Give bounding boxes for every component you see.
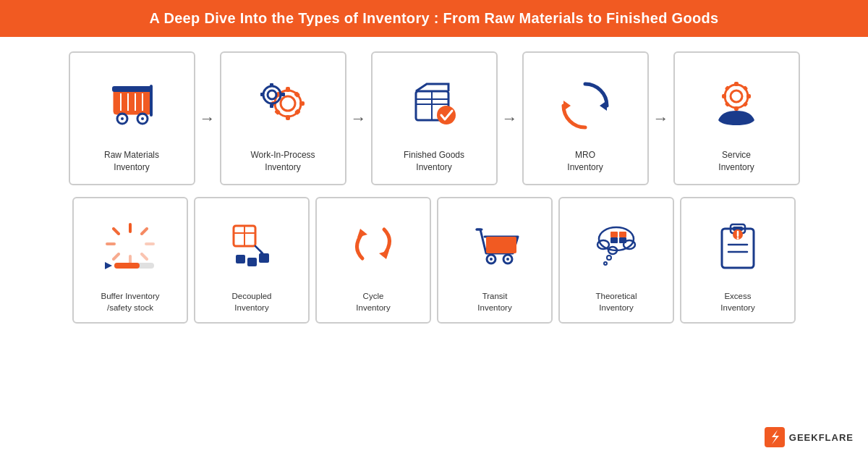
card-theoretical: TheoreticalInventory bbox=[558, 197, 674, 324]
svg-line-48 bbox=[142, 254, 147, 259]
card-cycle: CycleInventory bbox=[315, 197, 431, 324]
wip-label: Work-In-ProcessInventory bbox=[250, 149, 315, 174]
svg-point-34 bbox=[731, 90, 742, 102]
service-label: ServiceInventory bbox=[718, 149, 754, 174]
card-excess: ExcessInventory bbox=[680, 197, 796, 324]
brand-name: GEEKFLARE bbox=[789, 432, 854, 443]
header: A Deep Dive Into the Types of Inventory … bbox=[0, 0, 868, 37]
svg-rect-25 bbox=[260, 93, 264, 96]
svg-line-49 bbox=[142, 229, 147, 234]
arrow1: → bbox=[200, 109, 216, 128]
arrow2: → bbox=[351, 109, 367, 128]
card-service: ServiceInventory bbox=[673, 51, 800, 185]
svg-marker-31 bbox=[600, 101, 607, 111]
arrow4: → bbox=[653, 109, 669, 128]
svg-rect-14 bbox=[286, 115, 290, 120]
svg-point-8 bbox=[121, 117, 124, 120]
card-decoupled: DecoupledInventory bbox=[194, 197, 310, 324]
svg-rect-23 bbox=[270, 83, 273, 87]
theoretical-label: TheoreticalInventory bbox=[596, 290, 637, 313]
mro-icon bbox=[553, 60, 618, 143]
svg-rect-37 bbox=[722, 94, 726, 98]
svg-point-10 bbox=[141, 117, 144, 120]
svg-rect-77 bbox=[619, 237, 626, 243]
svg-rect-24 bbox=[270, 104, 273, 108]
svg-point-22 bbox=[268, 90, 276, 99]
transit-label: TransitInventory bbox=[477, 290, 511, 313]
svg-point-12 bbox=[281, 96, 295, 111]
svg-point-79 bbox=[604, 262, 607, 265]
card-transit: TransitInventory bbox=[437, 197, 553, 324]
finished-goods-icon bbox=[401, 60, 467, 143]
finished-goods-label: Finished GoodsInventory bbox=[404, 149, 464, 174]
card-finished-goods: Finished GoodsInventory bbox=[371, 51, 498, 185]
transit-icon bbox=[466, 204, 524, 286]
svg-rect-59 bbox=[259, 253, 269, 263]
svg-rect-75 bbox=[619, 232, 626, 237]
decoupled-icon bbox=[223, 204, 281, 286]
svg-point-30 bbox=[437, 106, 456, 124]
svg-rect-38 bbox=[746, 94, 751, 98]
svg-rect-16 bbox=[299, 101, 305, 106]
header-title: A Deep Dive Into the Types of Inventory … bbox=[150, 10, 719, 26]
svg-rect-60 bbox=[247, 258, 257, 266]
decoupled-label: DecoupledInventory bbox=[232, 290, 272, 313]
svg-point-67 bbox=[490, 258, 493, 261]
raw-materials-label: Raw MaterialsInventory bbox=[104, 149, 159, 174]
row2: Buffer Inventory/safety stock bbox=[22, 197, 846, 324]
excess-icon bbox=[709, 204, 767, 286]
svg-rect-5 bbox=[112, 86, 153, 92]
svg-line-47 bbox=[114, 229, 119, 234]
card-buffer: Buffer Inventory/safety stock bbox=[72, 197, 188, 324]
svg-rect-74 bbox=[610, 232, 618, 237]
raw-materials-icon bbox=[99, 60, 164, 143]
buffer-label: Buffer Inventory/safety stock bbox=[101, 290, 160, 313]
svg-rect-13 bbox=[286, 87, 290, 92]
brand: GEEKFLARE bbox=[765, 427, 854, 447]
svg-marker-51 bbox=[105, 262, 112, 269]
card-raw-materials: Raw MaterialsInventory bbox=[69, 51, 195, 185]
svg-point-71 bbox=[597, 240, 609, 249]
svg-rect-64 bbox=[486, 237, 516, 253]
svg-point-69 bbox=[506, 258, 509, 261]
svg-rect-35 bbox=[734, 82, 739, 86]
svg-point-87 bbox=[737, 237, 739, 240]
svg-rect-76 bbox=[610, 237, 618, 243]
svg-point-78 bbox=[607, 256, 611, 260]
service-icon bbox=[704, 60, 769, 143]
excess-label: ExcessInventory bbox=[720, 290, 754, 313]
svg-rect-61 bbox=[236, 255, 245, 263]
svg-rect-26 bbox=[281, 93, 285, 96]
svg-rect-53 bbox=[114, 263, 140, 269]
cycle-icon bbox=[344, 204, 402, 286]
svg-marker-32 bbox=[563, 101, 571, 111]
geekflare-logo-icon bbox=[765, 427, 785, 447]
mro-label: MROInventory bbox=[567, 149, 603, 174]
svg-rect-0 bbox=[114, 89, 151, 114]
card-wip: Work-In-ProcessInventory bbox=[220, 51, 346, 185]
row1: Raw MaterialsInventory → bbox=[22, 51, 846, 185]
theoretical-icon bbox=[587, 204, 645, 286]
cycle-label: CycleInventory bbox=[356, 290, 390, 313]
wip-icon bbox=[250, 60, 315, 143]
buffer-icon bbox=[101, 204, 159, 286]
card-mro: MROInventory bbox=[522, 51, 649, 185]
svg-line-50 bbox=[114, 254, 119, 259]
arrow3: → bbox=[502, 109, 518, 128]
svg-rect-36 bbox=[734, 106, 739, 111]
